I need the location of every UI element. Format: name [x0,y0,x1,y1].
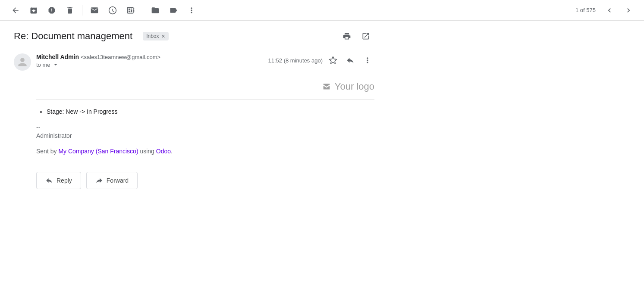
separator-1 [82,5,82,16]
email-subject: Re: Document management [14,31,132,42]
sender-info: Mitchell Admin <sales13teamnew@gmail.com… [36,53,268,68]
star-button[interactable] [326,53,340,67]
label-button[interactable] [165,2,182,19]
sender-to[interactable]: to me [36,61,268,68]
badge-close-button[interactable]: × [162,33,165,40]
report-spam-button[interactable] [43,2,60,19]
archive-button[interactable] [25,2,42,19]
stage-list: Stage: New -> In Progress [47,108,374,115]
next-email-button[interactable] [620,2,637,19]
subject-actions [338,28,374,45]
print-button[interactable] [338,28,355,45]
avatar [14,53,31,71]
mark-unread-button[interactable] [86,2,103,19]
toolbar: 1 of 575 [0,0,644,21]
signature-name: Administrator [36,132,374,139]
sender-email: <sales13teamnew@gmail.com> [81,54,160,60]
sender-to-label: to me [36,62,50,68]
company-link[interactable]: My Company (San Francisco) [58,148,138,155]
move-to-button[interactable] [147,2,164,19]
forward-button[interactable]: Forward [86,172,138,189]
sender-meta: 11:52 (8 minutes ago) [268,53,374,67]
back-button[interactable] [7,2,24,19]
add-to-tasks-button[interactable] [122,2,139,19]
toolbar-right: 1 of 575 [575,2,637,19]
separator-2 [143,5,143,16]
subject-row: Re: Document management Inbox × [14,28,374,45]
signature-dash: -- [36,124,374,131]
email-body: Your logo Stage: New -> In Progress -- A… [36,81,374,155]
email-area: Re: Document management Inbox × Mitchell… [0,21,388,203]
badge-label: Inbox [146,33,159,39]
prev-email-button[interactable] [601,2,618,19]
reply-label: Reply [57,177,72,184]
sender-row: Mitchell Admin <sales13teamnew@gmail.com… [14,53,374,71]
action-buttons: Reply Forward [36,172,374,189]
sender-name-row: Mitchell Admin <sales13teamnew@gmail.com… [36,53,268,60]
more-email-button[interactable] [361,53,374,67]
sent-by-suffix: . [171,148,173,155]
sig-name: Administrator [36,132,72,139]
stage-item: Stage: New -> In Progress [47,108,374,115]
content-divider [36,99,374,100]
toolbar-left [7,2,574,19]
open-in-new-button[interactable] [357,28,374,45]
more-options-button[interactable] [183,2,200,19]
reply-header-button[interactable] [343,53,357,67]
reply-button[interactable]: Reply [36,172,81,189]
subject-left: Re: Document management Inbox × [14,31,169,42]
forward-label: Forward [107,177,129,184]
sent-by-prefix: Sent by [36,148,58,155]
sender-name: Mitchell Admin [36,53,79,60]
sig-dash: -- [36,124,40,131]
odoo-link[interactable]: Odoo [156,148,171,155]
logo-area: Your logo [36,81,374,92]
timestamp: 11:52 (8 minutes ago) [268,57,323,64]
snooze-button[interactable] [104,2,121,19]
delete-button[interactable] [61,2,79,19]
sent-by: Sent by My Company (San Francisco) using… [36,148,374,155]
pagination: 1 of 575 [575,7,596,13]
using-text: using [138,148,156,155]
inbox-badge: Inbox × [143,32,169,40]
logo-text: Your logo [335,81,374,92]
